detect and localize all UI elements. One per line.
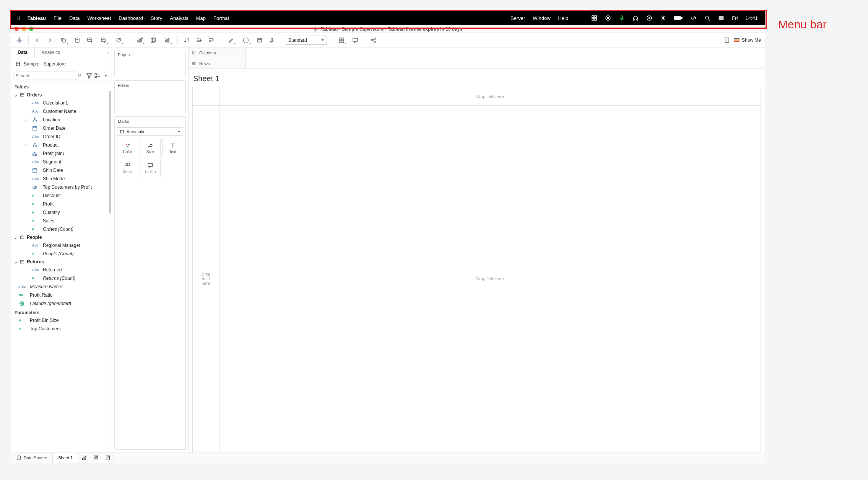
status-bluetooth-icon[interactable] (660, 15, 666, 21)
field-item[interactable]: AbcSegment (11, 158, 112, 166)
menu-help[interactable]: Help (558, 15, 569, 21)
status-search-icon[interactable] (704, 15, 710, 21)
fit-dropdown[interactable]: Standard (285, 36, 327, 45)
pages-shelf[interactable]: Pages (114, 50, 186, 77)
sort-ascending-button[interactable] (194, 35, 204, 45)
status-record-icon[interactable] (605, 15, 611, 21)
field-item[interactable]: AbcCalculation1 (11, 99, 112, 107)
status-mic-icon[interactable] (619, 15, 625, 21)
status-battery-icon[interactable] (674, 15, 683, 21)
field-item[interactable]: #Orders (Count) (11, 225, 112, 233)
field-item[interactable]: Top Customers by Profit (11, 183, 112, 191)
save-button[interactable] (57, 35, 70, 45)
parameter-item[interactable]: #Profit Bin Size (11, 316, 112, 325)
filters-shelf[interactable]: Filters (114, 80, 186, 113)
field-item[interactable]: Ship Date (11, 166, 112, 175)
status-link-icon[interactable] (691, 15, 697, 21)
menu-window[interactable]: Window (533, 15, 550, 21)
detail-mark-button[interactable]: Detail (117, 159, 138, 177)
table-header[interactable]: ⌄Orders (11, 91, 112, 99)
group-button[interactable] (239, 35, 252, 45)
new-datasource-button[interactable] (72, 35, 82, 45)
size-mark-button[interactable]: Size (140, 139, 161, 157)
redo-button[interactable] (45, 35, 55, 45)
field-item[interactable]: AbcReturned (11, 266, 112, 274)
highlight-button[interactable] (224, 35, 237, 45)
new-story-tab[interactable] (102, 452, 114, 463)
swap-rows-columns-button[interactable] (182, 35, 192, 45)
menu-story[interactable]: Story (151, 15, 162, 21)
data-tab[interactable]: Data (11, 47, 35, 58)
field-item[interactable]: #People (Count) (11, 250, 112, 258)
field-item[interactable]: AbcMeasure Names (11, 282, 112, 291)
filter-fields-button[interactable] (86, 72, 93, 79)
show-hide-cards-button[interactable] (335, 35, 348, 45)
analytics-tab[interactable]: Analytics (35, 47, 67, 58)
menu-server[interactable]: Server (510, 15, 525, 21)
field-item[interactable]: #Sales (11, 217, 112, 225)
show-me-button[interactable]: Show Me (734, 38, 761, 43)
menu-map[interactable]: Map (196, 15, 206, 21)
marks-type-dropdown[interactable]: Automatic (117, 127, 183, 136)
sort-descending-button[interactable] (206, 35, 216, 45)
menu-file[interactable]: File (54, 15, 62, 21)
refresh-button[interactable] (112, 35, 125, 45)
datasource-tab[interactable]: Data Source (11, 452, 53, 463)
collapse-pane-button[interactable]: ‹ (108, 50, 109, 55)
field-item[interactable]: AbcRegional Manager (11, 241, 112, 250)
new-worksheet-tab[interactable] (78, 452, 90, 463)
clear-sheet-button[interactable] (161, 35, 174, 45)
tableau-home-button[interactable] (15, 35, 24, 45)
undo-button[interactable] (33, 35, 42, 45)
new-worksheet-button[interactable] (133, 35, 146, 45)
pin-axis-button[interactable] (267, 35, 277, 45)
columns-shelf[interactable]: Columns (189, 47, 765, 58)
status-play-icon[interactable] (646, 15, 652, 21)
field-item[interactable]: ›Product (11, 141, 112, 149)
show-mark-labels-button[interactable] (255, 35, 265, 45)
tooltip-mark-button[interactable]: Tooltip (140, 159, 161, 177)
sheet-title[interactable]: Sheet 1 (192, 72, 761, 87)
field-item[interactable]: Order Date (11, 124, 112, 132)
pause-auto-updates-button[interactable] (85, 35, 94, 45)
field-item[interactable]: AbcOrder ID (11, 132, 112, 141)
status-puzzle-icon[interactable] (591, 15, 597, 21)
menu-analysis[interactable]: Analysis (170, 15, 188, 21)
apple-logo-icon[interactable]:  (18, 15, 20, 21)
zoom-window-button[interactable] (29, 27, 33, 31)
scrollbar-thumb[interactable] (109, 91, 111, 214)
field-item[interactable]: #Discount (11, 191, 112, 200)
minimize-window-button[interactable] (22, 27, 26, 31)
field-item[interactable]: Profit (bin) (11, 149, 112, 158)
rows-shelf[interactable]: Rows (189, 58, 765, 69)
view-fields-button[interactable] (94, 72, 101, 79)
duplicate-sheet-button[interactable] (148, 35, 158, 45)
field-item[interactable]: #Profit (11, 200, 112, 208)
text-mark-button[interactable]: Text (162, 139, 183, 157)
menu-format[interactable]: Format (213, 15, 229, 21)
run-update-button[interactable] (97, 35, 110, 45)
menu-data[interactable]: Data (69, 15, 80, 21)
sheet-1-tab[interactable]: Sheet 1 (53, 452, 78, 463)
table-header[interactable]: ⌄Returns (11, 258, 112, 266)
app-menu[interactable]: Tableau (28, 15, 46, 21)
field-item[interactable]: #Returns (Count) (11, 274, 112, 282)
menu-dashboard[interactable]: Dashboard (119, 15, 143, 21)
field-item[interactable]: AbcCustomer Name (11, 107, 112, 116)
clock-day[interactable]: Fri (732, 15, 738, 21)
field-item[interactable]: Latitude (generated) (11, 299, 112, 308)
close-window-button[interactable] (15, 27, 19, 31)
menu-worksheet[interactable]: Worksheet (87, 15, 111, 21)
table-header[interactable]: ⌄People (11, 233, 112, 241)
fields-menu-button[interactable]: ▼ (102, 72, 109, 79)
new-dashboard-tab[interactable] (90, 452, 102, 463)
status-control-center-icon[interactable] (718, 15, 724, 21)
field-item[interactable]: AbcShip Mode (11, 175, 112, 183)
share-button[interactable] (368, 35, 378, 45)
data-guide-button[interactable] (722, 35, 732, 45)
color-mark-button[interactable]: Color (117, 139, 138, 157)
datasource-row[interactable]: Sample - Superstore (11, 58, 112, 70)
field-item[interactable]: #Quantity (11, 208, 112, 217)
viz-canvas[interactable]: Drop field here Drop field here Drop fie… (192, 87, 761, 452)
parameter-item[interactable]: #Top Customers (11, 325, 112, 333)
